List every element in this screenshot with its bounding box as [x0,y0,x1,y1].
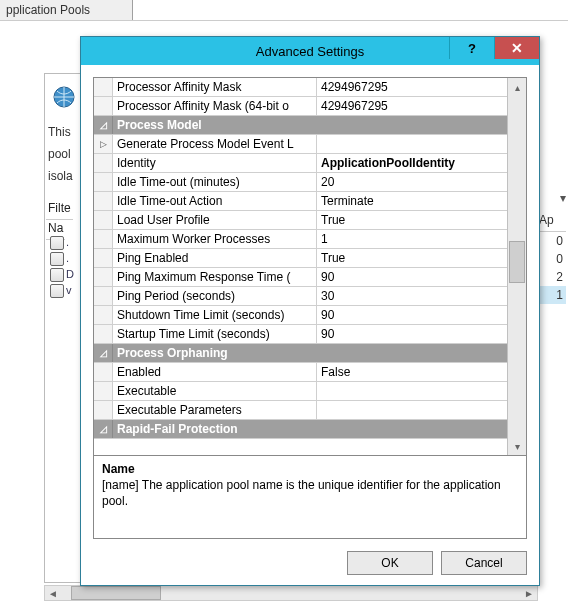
property-row[interactable]: Ping EnabledTrue [94,249,507,268]
expand-gutter [94,268,113,286]
property-name: Load User Profile [113,211,317,229]
background-left-fragments: This pool isola Filte Na . . D v [46,121,84,299]
property-name: Identity [113,154,317,172]
property-name: Executable Parameters [113,401,317,419]
property-name: Idle Time-out (minutes) [113,173,317,191]
scroll-track[interactable] [61,586,521,600]
expand-gutter [94,173,113,191]
cancel-button[interactable]: Cancel [441,551,527,575]
collapse-icon[interactable]: ◿ [100,120,107,130]
property-row[interactable]: Ping Maximum Response Time (90 [94,268,507,287]
category-header[interactable]: ◿Process Orphaning [94,344,507,363]
scroll-thumb[interactable] [71,586,161,600]
property-row[interactable]: Idle Time-out ActionTerminate [94,192,507,211]
advanced-settings-dialog: Advanced Settings ? ✕ Processor Affinity… [80,36,540,586]
dialog-titlebar[interactable]: Advanced Settings ? ✕ [81,37,539,65]
description-name: Name [102,462,518,476]
scroll-thumb[interactable] [509,241,525,283]
property-description: Name [name] The application pool name is… [93,456,527,539]
list-item[interactable]: D [46,267,84,283]
category-label: Rapid-Fail Protection [113,420,507,438]
property-row[interactable]: Idle Time-out (minutes)20 [94,173,507,192]
apppool-icon [50,284,64,298]
expand-icon[interactable]: ▷ [100,139,107,149]
description-text: [name] The application pool name is the … [102,476,518,509]
list-item[interactable]: v [46,283,84,299]
property-name: Processor Affinity Mask [113,78,317,96]
apppool-icon [50,236,64,250]
property-name: Ping Enabled [113,249,317,267]
property-name: Ping Period (seconds) [113,287,317,305]
dialog-buttons: OK Cancel [93,539,527,575]
property-value[interactable]: 4294967295 [317,80,507,94]
close-button[interactable]: ✕ [495,37,539,59]
property-value[interactable]: 90 [317,270,507,284]
horizontal-scrollbar[interactable]: ◄ ► [44,585,538,601]
category-header[interactable]: ◿Rapid-Fail Protection [94,420,507,439]
property-name: Enabled [113,363,317,381]
expand-gutter [94,306,113,324]
property-name: Shutdown Time Limit (seconds) [113,306,317,324]
category-header[interactable]: ◿Process Model [94,116,507,135]
property-row[interactable]: Startup Time Limit (seconds)90 [94,325,507,344]
property-value[interactable]: 90 [317,308,507,322]
scroll-right-icon[interactable]: ► [521,586,537,600]
property-grid: Processor Affinity Mask4294967295Process… [93,77,527,456]
property-row[interactable]: Ping Period (seconds)30 [94,287,507,306]
property-row[interactable]: Maximum Worker Processes1 [94,230,507,249]
expand-gutter: ◿ [94,116,113,134]
property-row[interactable]: Executable Parameters [94,401,507,420]
col-header-ap[interactable]: Ap [536,209,566,232]
property-value[interactable]: 20 [317,175,507,189]
property-row[interactable]: Load User ProfileTrue [94,211,507,230]
scroll-left-icon[interactable]: ◄ [45,586,61,600]
collapse-icon[interactable]: ◿ [100,424,107,434]
property-value[interactable]: 90 [317,327,507,341]
property-row[interactable]: EnabledFalse [94,363,507,382]
property-value[interactable]: False [317,365,507,379]
property-row[interactable]: Processor Affinity Mask4294967295 [94,78,507,97]
expand-gutter [94,401,113,419]
property-value[interactable]: 30 [317,289,507,303]
collapse-icon[interactable]: ◿ [100,348,107,358]
expand-gutter [94,325,113,343]
property-name: Maximum Worker Processes [113,230,317,248]
iis-globe-icon [52,85,76,109]
property-value[interactable]: True [317,251,507,265]
apppool-icon [50,252,64,266]
background-tab: pplication Pools [0,0,133,21]
property-name: Generate Process Model Event L [113,135,317,153]
property-value[interactable]: 4294967295 [317,99,507,113]
scroll-up-icon[interactable]: ▴ [508,78,526,96]
expand-gutter [94,211,113,229]
scroll-track[interactable] [508,96,526,437]
expand-gutter: ◿ [94,420,113,438]
expand-gutter [94,363,113,381]
background-tab-label: pplication Pools [6,3,90,17]
list-item[interactable]: . [46,235,84,251]
background-right-fragments: ▾ Ap 0 0 2 1 [536,191,566,304]
list-item[interactable]: . [46,251,84,267]
help-button[interactable]: ? [449,37,495,59]
property-row[interactable]: Shutdown Time Limit (seconds)90 [94,306,507,325]
category-label: Process Orphaning [113,344,507,362]
property-name: Executable [113,382,317,400]
property-value[interactable]: Terminate [317,194,507,208]
close-icon: ✕ [511,40,523,56]
property-row[interactable]: ▷Generate Process Model Event L [94,135,507,154]
expand-gutter [94,287,113,305]
property-value[interactable]: True [317,213,507,227]
expand-gutter [94,78,113,96]
expand-gutter [94,382,113,400]
property-name: Processor Affinity Mask (64-bit o [113,97,317,115]
vertical-scrollbar[interactable]: ▴ ▾ [507,78,526,455]
scroll-down-icon[interactable]: ▾ [508,437,526,455]
property-row[interactable]: Processor Affinity Mask (64-bit o4294967… [94,97,507,116]
property-row[interactable]: Executable [94,382,507,401]
ok-button[interactable]: OK [347,551,433,575]
expand-gutter: ▷ [94,135,113,153]
property-row[interactable]: IdentityApplicationPoolIdentity [94,154,507,173]
property-value[interactable]: ApplicationPoolIdentity [317,156,507,170]
property-value[interactable]: 1 [317,232,507,246]
category-label: Process Model [113,116,507,134]
